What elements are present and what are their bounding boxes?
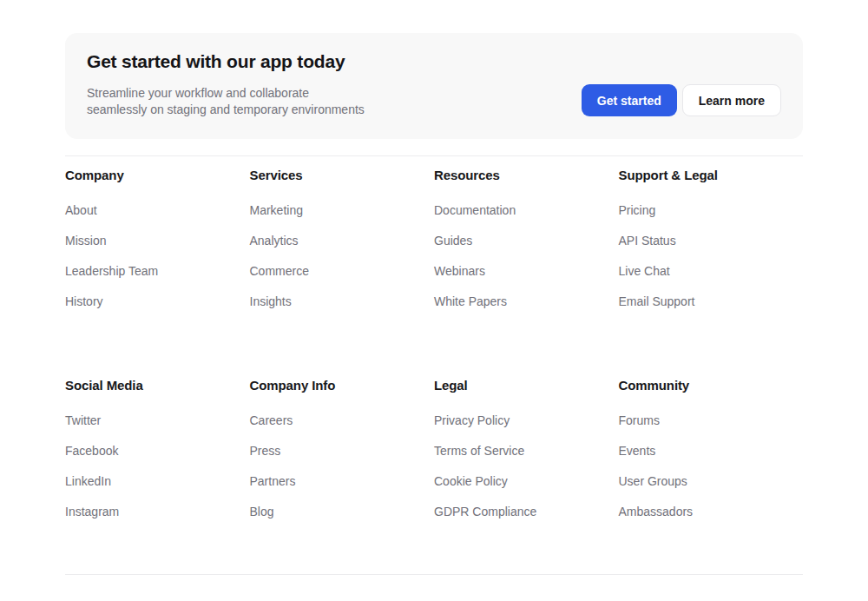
link-api-status[interactable]: API Status <box>619 234 676 248</box>
link-privacy-policy[interactable]: Privacy Policy <box>434 413 510 427</box>
column-title: Services <box>250 168 435 182</box>
footer-links-row-1: Company About Mission Leadership Team Hi… <box>65 168 803 324</box>
link-blog[interactable]: Blog <box>250 505 274 518</box>
link-ambassadors[interactable]: Ambassadors <box>619 505 694 518</box>
column-title: Community <box>619 378 804 393</box>
cta-banner: Get started with our app today Streamlin… <box>65 33 803 139</box>
link-marketing[interactable]: Marketing <box>250 203 303 217</box>
link-partners[interactable]: Partners <box>250 474 296 488</box>
link-live-chat[interactable]: Live Chat <box>619 264 670 278</box>
footer-column-support-legal: Support & Legal Pricing API Status Live … <box>619 168 804 324</box>
column-title: Social Media <box>65 378 250 393</box>
link-mission[interactable]: Mission <box>65 234 106 248</box>
footer-column-community: Community Forums Events User Groups Amba… <box>619 378 804 534</box>
divider-bottom <box>65 574 803 575</box>
column-title: Company Info <box>250 378 435 393</box>
column-title: Resources <box>434 168 619 182</box>
divider-top <box>65 155 803 156</box>
link-white-papers[interactable]: White Papers <box>434 294 507 308</box>
link-cookie-policy[interactable]: Cookie Policy <box>434 474 508 488</box>
link-careers[interactable]: Careers <box>250 413 293 427</box>
cta-title: Get started with our app today <box>87 51 365 72</box>
link-gdpr-compliance[interactable]: GDPR Compliance <box>434 505 536 518</box>
link-user-groups[interactable]: User Groups <box>619 474 687 488</box>
column-title: Company <box>65 168 250 182</box>
footer: Get started with our app today Streamlin… <box>0 33 868 601</box>
cta-buttons: Get started Learn more <box>582 84 781 118</box>
link-facebook[interactable]: Facebook <box>65 444 118 458</box>
cta-subtitle: Streamline your workflow and collaborate… <box>87 85 365 118</box>
learn-more-button[interactable]: Learn more <box>682 84 781 116</box>
link-documentation[interactable]: Documentation <box>434 203 516 217</box>
cta-text: Get started with our app today Streamlin… <box>87 51 365 118</box>
get-started-button[interactable]: Get started <box>582 84 677 116</box>
link-insights[interactable]: Insights <box>250 294 292 308</box>
link-leadership-team[interactable]: Leadership Team <box>65 264 158 278</box>
link-about[interactable]: About <box>65 203 97 217</box>
footer-column-services: Services Marketing Analytics Commerce In… <box>250 168 435 324</box>
link-guides[interactable]: Guides <box>434 234 472 248</box>
link-linkedin[interactable]: LinkedIn <box>65 474 111 488</box>
link-forums[interactable]: Forums <box>619 413 660 427</box>
link-press[interactable]: Press <box>250 444 281 458</box>
link-instagram[interactable]: Instagram <box>65 505 119 518</box>
link-events[interactable]: Events <box>619 444 656 458</box>
footer-links-row-2: Social Media Twitter Facebook LinkedIn I… <box>65 378 803 534</box>
footer-column-company: Company About Mission Leadership Team Hi… <box>65 168 250 324</box>
footer-column-resources: Resources Documentation Guides Webinars … <box>434 168 619 324</box>
link-analytics[interactable]: Analytics <box>250 234 299 248</box>
link-email-support[interactable]: Email Support <box>619 294 695 308</box>
column-title: Support & Legal <box>619 168 804 182</box>
link-twitter[interactable]: Twitter <box>65 413 101 427</box>
column-title: Legal <box>434 378 619 393</box>
link-history[interactable]: History <box>65 294 103 308</box>
link-commerce[interactable]: Commerce <box>250 264 309 278</box>
footer-column-legal: Legal Privacy Policy Terms of Service Co… <box>434 378 619 534</box>
cta-subtitle-line-1: Streamline your workflow and collaborate <box>87 85 365 102</box>
footer-column-company-info: Company Info Careers Press Partners Blog <box>250 378 435 534</box>
footer-column-social-media: Social Media Twitter Facebook LinkedIn I… <box>65 378 250 534</box>
link-webinars[interactable]: Webinars <box>434 264 485 278</box>
cta-subtitle-line-2: seamlessly on staging and temporary envi… <box>87 102 365 118</box>
link-terms-of-service[interactable]: Terms of Service <box>434 444 524 458</box>
link-pricing[interactable]: Pricing <box>619 203 656 217</box>
